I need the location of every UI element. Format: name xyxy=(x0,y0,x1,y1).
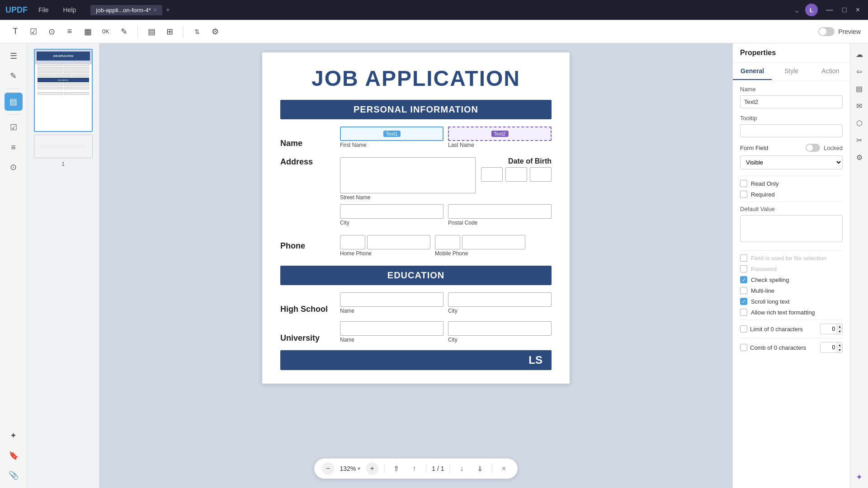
dob-year-field[interactable] xyxy=(530,167,552,182)
comb-chars-input[interactable] xyxy=(821,343,837,352)
read-only-checkbox[interactable] xyxy=(740,180,747,187)
settings-right-icon[interactable]: ⚙ xyxy=(852,150,867,164)
minimize-button[interactable]: — xyxy=(823,5,836,15)
dob-day-field[interactable] xyxy=(505,167,527,182)
password-checkbox[interactable] xyxy=(740,265,747,272)
check-spelling-checkbox[interactable]: ✓ xyxy=(740,276,747,283)
sidebar-organize-icon[interactable]: ≡ xyxy=(5,138,23,156)
mobile-phone-part2[interactable] xyxy=(462,235,525,249)
zoom-dropdown-button[interactable]: ▾ xyxy=(358,465,360,472)
hs-city-field[interactable] xyxy=(448,292,552,307)
university-label: University xyxy=(280,333,335,343)
sidebar-edit-icon[interactable]: ✎ xyxy=(5,67,23,85)
thumb-header: JOB APPLICATION xyxy=(37,52,90,61)
divider-4 xyxy=(740,319,843,320)
page-number: 1 xyxy=(61,161,65,167)
sidebar-ai-icon[interactable]: ✦ xyxy=(5,427,23,445)
zoom-in-button[interactable]: + xyxy=(366,462,378,475)
postal-field[interactable] xyxy=(448,204,552,219)
comb-down-button[interactable]: ▼ xyxy=(837,347,842,352)
tab-add-button[interactable]: + xyxy=(166,6,170,14)
limit-down-button[interactable]: ▼ xyxy=(837,329,842,334)
tab-style[interactable]: Style xyxy=(772,63,811,80)
menu-help[interactable]: Help xyxy=(60,5,80,15)
ai-right-icon[interactable]: ✦ xyxy=(852,470,867,484)
checkbox-tool-icon[interactable]: ☑ xyxy=(25,23,42,40)
dropdown-icon[interactable]: ⌄ xyxy=(794,6,800,14)
zoom-out-button[interactable]: − xyxy=(321,462,334,475)
cut-icon[interactable]: ✂ xyxy=(852,133,867,147)
locked-toggle[interactable] xyxy=(806,144,820,152)
uni-name-field[interactable] xyxy=(340,321,443,336)
preview-toggle-switch[interactable] xyxy=(818,27,835,36)
sidebar-thumbnail-icon[interactable]: ☰ xyxy=(5,47,23,65)
close-toolbar-button[interactable]: × xyxy=(498,462,510,475)
ok-tool-icon[interactable]: 0K xyxy=(98,23,114,40)
sidebar-sep-2 xyxy=(7,114,20,115)
dob-month-field[interactable] xyxy=(481,167,503,182)
sidebar-attachment-icon[interactable]: 📎 xyxy=(5,466,23,484)
nav-last-button[interactable]: ⇓ xyxy=(474,462,486,475)
text2-field[interactable]: Text2 xyxy=(448,127,552,141)
radio-tool-icon[interactable]: ⊙ xyxy=(43,23,60,40)
home-phone-label: Home Phone xyxy=(340,250,430,257)
cloud-icon[interactable]: ☁ xyxy=(852,47,867,61)
required-checkbox[interactable] xyxy=(740,191,747,198)
edit-tool-icon[interactable]: ✎ xyxy=(116,23,132,40)
scroll-long-text-checkbox[interactable]: ✓ xyxy=(740,298,747,305)
tooltip-prop-input[interactable] xyxy=(740,124,843,137)
visible-select[interactable]: Visible Hidden No Print xyxy=(740,155,843,169)
limit-up-button[interactable]: ▲ xyxy=(837,324,842,329)
home-phone-part1[interactable] xyxy=(340,235,365,249)
nav-next-button[interactable]: ↓ xyxy=(456,462,468,475)
comb-chars-checkbox[interactable] xyxy=(740,344,747,351)
mobile-phone-part1[interactable] xyxy=(435,235,460,249)
limit-chars-checkbox[interactable] xyxy=(740,325,747,333)
tab-close-button[interactable]: × xyxy=(154,7,157,13)
tab-document[interactable]: job-appli...on-form-4* × xyxy=(90,5,162,15)
list-tool-icon[interactable]: ≡ xyxy=(61,23,78,40)
tab-general[interactable]: General xyxy=(733,63,772,80)
nav-prev-button[interactable]: ↑ xyxy=(408,462,420,475)
sidebar-comment-icon[interactable]: ☑ xyxy=(5,118,23,136)
tab-action[interactable]: Action xyxy=(811,63,850,80)
street-field[interactable] xyxy=(340,157,476,193)
text-tool-icon[interactable]: T xyxy=(7,23,24,40)
nav-first-button[interactable]: ⇑ xyxy=(390,462,402,475)
grid-tool-icon[interactable]: ▦ xyxy=(80,23,96,40)
default-value-input[interactable] xyxy=(740,215,843,242)
rich-text-label: Allow rich text formatting xyxy=(751,309,815,316)
thumbnail-page-1[interactable]: JOB APPLICATION EDUCATION xyxy=(34,49,93,132)
file-selection-checkbox[interactable] xyxy=(740,254,747,262)
layout-tool-icon[interactable]: ⊞ xyxy=(161,23,178,40)
sidebar-form-icon[interactable]: ▤ xyxy=(5,93,23,111)
file-selection-label: Field is used for file selection xyxy=(751,255,826,262)
pages-icon[interactable]: ▤ xyxy=(852,81,867,96)
comb-up-button[interactable]: ▲ xyxy=(837,343,842,347)
sidebar-bookmark-icon[interactable]: 🔖 xyxy=(5,446,23,465)
mail-icon[interactable]: ✉ xyxy=(852,99,867,113)
name-prop-input[interactable] xyxy=(740,95,843,108)
toolbar-sep-1 xyxy=(137,25,138,38)
multi-line-checkbox[interactable] xyxy=(740,287,747,294)
arrange-icon[interactable]: ⇅ xyxy=(189,23,205,40)
limit-chars-input[interactable] xyxy=(821,325,837,333)
uni-city-field[interactable] xyxy=(448,321,552,336)
maximize-button[interactable]: □ xyxy=(840,5,849,15)
hs-name-field[interactable] xyxy=(340,292,443,307)
city-field[interactable] xyxy=(340,204,443,219)
text1-field[interactable]: Text1 xyxy=(340,127,443,141)
settings-icon[interactable]: ⚙ xyxy=(207,23,223,40)
thumbnail-page-2[interactable] xyxy=(34,135,93,158)
check-spelling-row: ✓ Check spelling xyxy=(740,276,843,283)
rich-text-checkbox[interactable] xyxy=(740,309,747,316)
sidebar-convert-icon[interactable]: ⊙ xyxy=(5,158,23,176)
close-window-button[interactable]: × xyxy=(853,5,863,15)
home-phone-part2[interactable] xyxy=(367,235,430,249)
align-tool-icon[interactable]: ▤ xyxy=(143,23,160,40)
menu-file[interactable]: File xyxy=(35,5,52,15)
text1-tag: Text1 xyxy=(383,131,400,137)
hex-icon[interactable]: ⬡ xyxy=(852,116,867,130)
back-icon[interactable]: ⇦ xyxy=(852,64,867,79)
name-section: Name xyxy=(740,86,843,108)
